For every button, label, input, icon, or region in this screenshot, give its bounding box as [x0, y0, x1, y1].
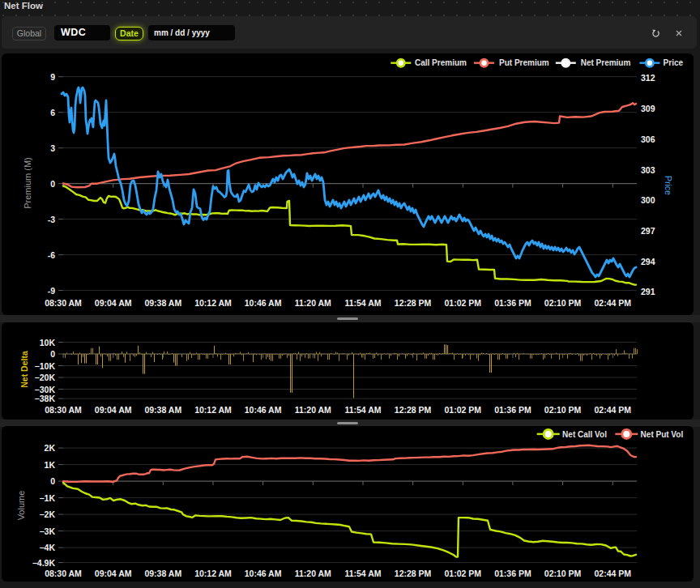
svg-text:10:46 AM: 10:46 AM — [245, 405, 282, 415]
svg-text:09:04 AM: 09:04 AM — [95, 569, 132, 578]
svg-text:Price: Price — [664, 176, 673, 195]
svg-text:3: 3 — [50, 143, 55, 153]
svg-text:02:10 PM: 02:10 PM — [544, 405, 582, 415]
svg-text:−38K: −38K — [35, 394, 56, 403]
svg-text:12:28 PM: 12:28 PM — [395, 405, 432, 415]
svg-text:Net Call Vol: Net Call Vol — [562, 430, 607, 439]
svg-text:−4.9K: −4.9K — [32, 558, 56, 568]
svg-text:10:12 AM: 10:12 AM — [194, 569, 232, 578]
svg-text:01:02 PM: 01:02 PM — [445, 298, 482, 308]
svg-text:12:28 PM: 12:28 PM — [395, 569, 432, 578]
svg-text:11:20 AM: 11:20 AM — [295, 405, 331, 415]
svg-text:Premium (M): Premium (M) — [23, 157, 32, 209]
svg-text:10K: 10K — [40, 338, 56, 347]
svg-text:02:10 PM: 02:10 PM — [544, 569, 582, 578]
svg-text:Net Put Vol: Net Put Vol — [641, 430, 684, 439]
svg-text:−1K: −1K — [39, 493, 55, 503]
svg-text:09:38 AM: 09:38 AM — [144, 298, 181, 308]
svg-text:12:28 PM: 12:28 PM — [395, 298, 432, 308]
svg-text:10:46 AM: 10:46 AM — [245, 298, 282, 308]
svg-text:09:38 AM: 09:38 AM — [144, 569, 181, 578]
svg-text:294: 294 — [641, 257, 655, 266]
svg-text:306: 306 — [641, 134, 655, 144]
svg-text:312: 312 — [641, 73, 655, 83]
svg-text:9: 9 — [50, 72, 55, 82]
svg-text:-3: -3 — [48, 215, 55, 224]
svg-text:01:36 PM: 01:36 PM — [494, 405, 531, 415]
svg-text:−20K: −20K — [35, 373, 56, 382]
svg-text:09:04 AM: 09:04 AM — [95, 405, 132, 415]
svg-text:02:44 PM: 02:44 PM — [595, 569, 632, 578]
svg-text:Volume: Volume — [16, 491, 26, 521]
svg-text:01:02 PM: 01:02 PM — [445, 569, 482, 578]
svg-text:300: 300 — [641, 195, 655, 205]
svg-text:−4K: −4K — [39, 543, 55, 552]
svg-text:303: 303 — [641, 165, 655, 175]
svg-text:01:36 PM: 01:36 PM — [494, 298, 531, 308]
svg-text:02:44 PM: 02:44 PM — [595, 405, 632, 415]
svg-text:309: 309 — [641, 104, 655, 113]
svg-text:11:20 AM: 11:20 AM — [295, 298, 331, 308]
svg-text:01:36 PM: 01:36 PM — [494, 569, 531, 578]
svg-text:0: 0 — [50, 179, 55, 189]
svg-text:297: 297 — [641, 226, 655, 236]
svg-text:11:54 AM: 11:54 AM — [344, 569, 381, 578]
svg-text:Call Premium: Call Premium — [415, 58, 467, 67]
svg-text:−3K: −3K — [39, 526, 55, 536]
svg-text:Net Premium: Net Premium — [581, 58, 631, 67]
svg-text:01:02 PM: 01:02 PM — [445, 405, 482, 415]
svg-text:Put Premium: Put Premium — [499, 58, 549, 67]
svg-text:09:38 AM: 09:38 AM — [144, 405, 181, 415]
svg-text:291: 291 — [641, 287, 655, 296]
svg-text:10:46 AM: 10:46 AM — [245, 569, 282, 578]
svg-text:-9: -9 — [48, 286, 55, 296]
svg-text:Price: Price — [664, 58, 684, 67]
svg-text:11:54 AM: 11:54 AM — [344, 405, 381, 415]
svg-text:10:12 AM: 10:12 AM — [194, 405, 232, 415]
svg-text:2K: 2K — [45, 443, 56, 453]
svg-text:0: 0 — [50, 476, 55, 486]
svg-text:Net Delta: Net Delta — [19, 351, 29, 388]
svg-text:09:04 AM: 09:04 AM — [95, 298, 132, 308]
svg-text:−30K: −30K — [35, 385, 56, 394]
svg-text:08:30 AM: 08:30 AM — [45, 569, 82, 578]
svg-text:02:44 PM: 02:44 PM — [595, 298, 632, 308]
svg-text:02:10 PM: 02:10 PM — [544, 298, 582, 308]
svg-text:0: 0 — [50, 349, 55, 359]
svg-text:6: 6 — [50, 108, 55, 117]
svg-text:11:20 AM: 11:20 AM — [295, 569, 331, 578]
svg-text:10:12 AM: 10:12 AM — [194, 298, 232, 308]
svg-text:-6: -6 — [48, 250, 55, 260]
svg-text:−10K: −10K — [35, 361, 56, 371]
svg-text:08:30 AM: 08:30 AM — [45, 298, 82, 308]
svg-text:−2K: −2K — [39, 509, 55, 519]
svg-text:1K: 1K — [45, 460, 56, 470]
svg-text:08:30 AM: 08:30 AM — [45, 405, 82, 415]
svg-text:11:54 AM: 11:54 AM — [344, 298, 381, 308]
